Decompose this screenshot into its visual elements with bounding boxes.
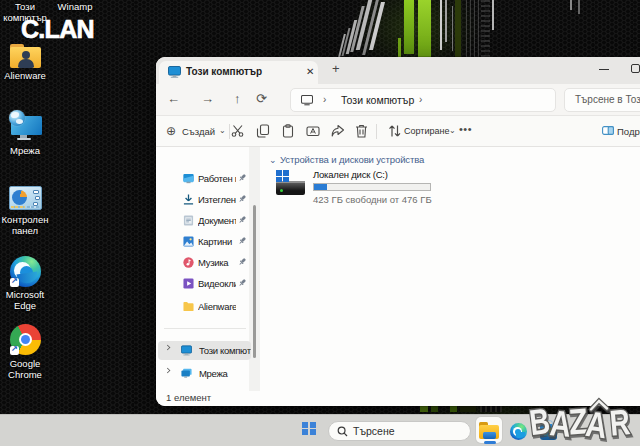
svg-text:R: R bbox=[608, 401, 631, 444]
